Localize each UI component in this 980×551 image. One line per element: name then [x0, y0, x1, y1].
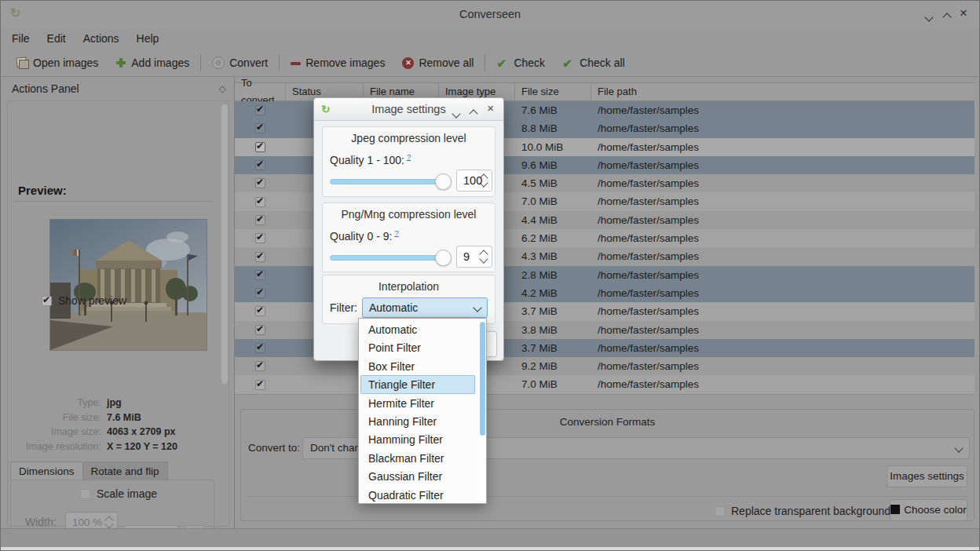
actions-panel-header: Actions Panel ◇ [1, 77, 234, 100]
row-checkbox[interactable] [255, 123, 265, 133]
cell-file-path: /home/faster/samples [591, 119, 975, 137]
cell-file-path: /home/faster/samples [591, 375, 975, 393]
dropdown-scrollbar-thumb[interactable] [480, 322, 485, 436]
header-file-path[interactable]: File path [591, 83, 975, 100]
menubar: File Edit Actions Help [1, 27, 979, 49]
panel-scrollbar-thumb[interactable] [221, 104, 228, 384]
row-checkbox[interactable] [255, 325, 265, 335]
cell-file-size: 3.8 MiB [515, 321, 591, 339]
jpeg-quality-spinbox[interactable]: 100 [456, 170, 492, 192]
png-quality-slider[interactable] [330, 255, 446, 261]
convert-button[interactable]: Convert [203, 52, 276, 74]
remove-images-button[interactable]: Remove images [282, 52, 393, 74]
images-settings-button[interactable]: Images settings [887, 465, 967, 487]
scale-image-checkbox[interactable] [80, 489, 90, 499]
row-checkbox[interactable] [255, 306, 265, 316]
replace-bg-label: Replace transparent background [731, 505, 890, 517]
replace-bg-checkbox[interactable] [715, 506, 725, 516]
convert-to-label: Convert to: [248, 442, 300, 454]
dropdown-item[interactable]: Automatic [360, 320, 475, 338]
row-checkbox[interactable] [255, 178, 265, 188]
open-images-button[interactable]: Open images [7, 52, 107, 74]
float-panel-icon[interactable]: ◇ [219, 83, 226, 94]
dropdown-item[interactable]: Blackman Filter [360, 449, 475, 467]
help-link[interactable]: ? [394, 228, 398, 237]
conversion-formats-title: Conversion Formats [241, 416, 974, 428]
table-row[interactable]: 7.0 MiB /home/faster/samples [235, 375, 975, 393]
cell-status [286, 375, 364, 393]
cell-file-size: 3.7 MiB [515, 339, 591, 357]
cell-file-path: /home/faster/samples [591, 284, 975, 302]
maximize-button[interactable] [944, 9, 953, 19]
dialog-maximize-button[interactable] [470, 106, 477, 120]
add-images-button[interactable]: Add images [107, 52, 198, 74]
row-checkbox[interactable] [255, 105, 265, 115]
window-bottom-edge [1, 547, 979, 551]
jpeg-quality-value: 100 [463, 170, 482, 191]
choose-color-button[interactable]: Choose color [890, 499, 967, 521]
show-preview-label: Show preview [58, 294, 126, 307]
check-button[interactable]: ✔ Check [488, 52, 554, 74]
app-window: ↻ Converseen × File Edit Actions Help Op… [0, 0, 980, 551]
row-checkbox[interactable] [255, 380, 265, 390]
cell-file-path: /home/faster/samples [591, 247, 975, 265]
close-button[interactable]: × [960, 9, 969, 18]
show-preview-checkbox[interactable] [42, 296, 52, 306]
row-checkbox[interactable] [255, 142, 265, 152]
header-to-convert[interactable]: To convert [235, 83, 286, 100]
scale-image-label: Scale image [97, 487, 157, 500]
png-slider-handle[interactable] [435, 250, 452, 266]
png-quality-value: 9 [463, 246, 470, 267]
jpeg-quality-slider[interactable] [330, 179, 446, 184]
dialog-minimize-button[interactable] [453, 106, 459, 120]
dropdown-item[interactable]: Hermite Filter [360, 394, 475, 412]
dropdown-item[interactable]: Point Filter [360, 338, 475, 356]
convert-label: Convert [229, 57, 268, 69]
tab-dimensions[interactable]: Dimensions [10, 462, 83, 480]
type-label: Type: [1, 397, 101, 408]
scale-image-row: Scale image [80, 487, 157, 500]
row-checkbox[interactable] [255, 361, 265, 371]
dropdown-item[interactable]: Quadratic Filter [360, 486, 475, 504]
minimize-button[interactable] [926, 9, 935, 19]
dropdown-item[interactable]: Box Filter [360, 357, 475, 375]
menu-help[interactable]: Help [128, 27, 168, 49]
header-file-size[interactable]: File size [515, 83, 591, 100]
menu-edit[interactable]: Edit [38, 27, 75, 49]
interpolation-group-title: Interpolation [323, 280, 495, 293]
row-checkbox[interactable] [255, 215, 265, 225]
cell-file-size: 7.0 MiB [515, 192, 591, 210]
row-checkbox[interactable] [255, 197, 265, 207]
cell-file-size: 10.0 MiB [515, 138, 591, 156]
tab-rotate-and-flip[interactable]: Rotate and flip [83, 462, 168, 480]
row-checkbox[interactable] [255, 233, 265, 243]
dropdown-item[interactable]: Hanning Filter [360, 412, 475, 430]
file-size-value: 7.6 MiB [107, 412, 141, 423]
row-checkbox[interactable] [255, 252, 265, 262]
dialog-close-button[interactable]: × [487, 104, 494, 112]
remove-all-button[interactable]: ✕ Remove all [393, 52, 482, 74]
help-link[interactable]: ? [407, 152, 411, 161]
dropdown-item[interactable]: Triangle Filter [360, 375, 475, 393]
dropdown-item[interactable]: Gaussian Filter [360, 467, 475, 485]
panel-scrollbar[interactable] [221, 103, 228, 524]
chevron-down-icon [473, 303, 481, 312]
jpeg-slider-handle[interactable] [435, 173, 452, 190]
dialog-titlebar: ↻ Image settings × [314, 98, 503, 121]
preview-image [50, 220, 207, 350]
dropdown-scrollbar[interactable] [479, 320, 485, 500]
dropdown-item[interactable]: Hamming Filter [360, 430, 475, 448]
check-all-button[interactable]: ✔ Check all [554, 52, 634, 74]
row-checkbox[interactable] [255, 343, 265, 353]
menu-file[interactable]: File [3, 27, 38, 49]
filter-combobox[interactable]: Automatic [362, 297, 488, 318]
row-checkbox[interactable] [255, 270, 265, 280]
menu-actions[interactable]: Actions [75, 27, 128, 49]
width-label: Width: [25, 516, 57, 528]
row-checkbox[interactable] [255, 160, 265, 170]
panel-tabs: Dimensions Rotate and flip [10, 462, 168, 480]
row-checkbox[interactable] [255, 288, 265, 298]
remove-all-label: Remove all [419, 57, 474, 69]
png-quality-spinbox[interactable]: 9 [456, 246, 492, 268]
jpeg-quality-label: Quality 1 - 100:? [330, 152, 411, 166]
